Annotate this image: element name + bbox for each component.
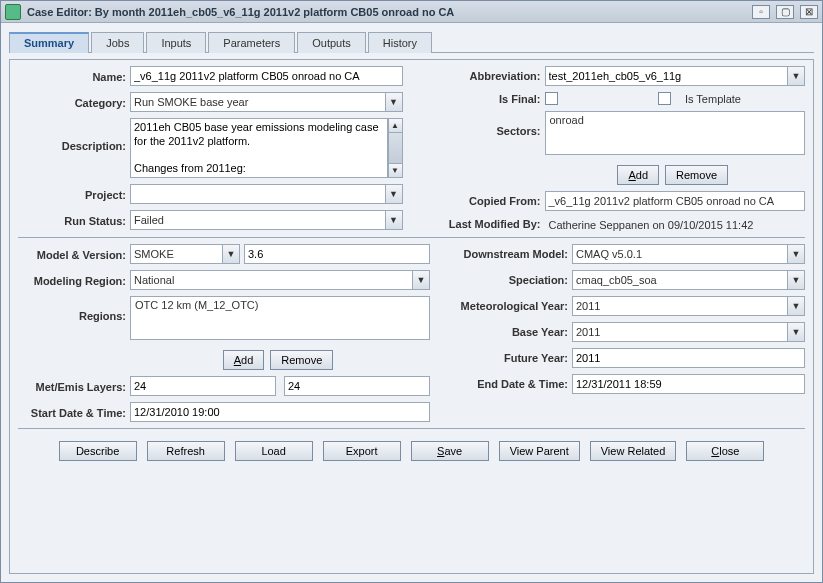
summary-form: Name: Category: Run SMOKE base year ▼ De… (9, 59, 814, 574)
met-year-dropdown-button[interactable]: ▼ (787, 296, 805, 316)
category-value[interactable]: Run SMOKE base year (130, 92, 385, 112)
copied-from-label: Copied From: (421, 195, 541, 207)
close-button[interactable]: Close (686, 441, 764, 461)
scroll-down-icon[interactable]: ▼ (389, 163, 402, 177)
is-template-label: Is Template (685, 93, 741, 105)
sectors-item[interactable]: onroad (550, 114, 801, 126)
regions-label: Regions: (18, 296, 126, 322)
is-template-checkbox[interactable] (658, 92, 671, 105)
model-value[interactable]: SMOKE (130, 244, 222, 264)
app-icon (5, 4, 21, 20)
footer-buttons: Describe Refresh Load Export Save View P… (18, 435, 805, 463)
tab-history[interactable]: History (368, 32, 432, 53)
load-button[interactable]: Load (235, 441, 313, 461)
describe-button[interactable]: Describe (59, 441, 137, 461)
regions-remove-button[interactable]: Remove (270, 350, 333, 370)
copied-from-value: _v6_11g 2011v2 platform CB05 onroad no C… (545, 191, 806, 211)
category-label: Category: (18, 96, 126, 109)
abbreviation-input[interactable] (545, 66, 788, 86)
modeling-region-label: Modeling Region: (18, 274, 126, 287)
project-label: Project: (18, 188, 126, 201)
future-year-label: Future Year: (448, 352, 568, 364)
project-dropdown-button[interactable]: ▼ (385, 184, 403, 204)
abbreviation-label: Abbreviation: (421, 70, 541, 82)
last-modified-by-label: Last Modified By: (421, 218, 541, 230)
speciation-dropdown-button[interactable]: ▼ (787, 270, 805, 290)
save-button[interactable]: Save (411, 441, 489, 461)
description-scrollbar[interactable]: ▲ ▼ (388, 118, 403, 178)
met-emis-layers-label: Met/Emis Layers: (18, 380, 126, 393)
downstream-model-label: Downstream Model: (448, 248, 568, 260)
is-final-label: Is Final: (421, 93, 541, 105)
model-version-label: Model & Version: (18, 248, 126, 261)
model-dropdown-button[interactable]: ▼ (222, 244, 240, 264)
scroll-up-icon[interactable]: ▲ (389, 119, 402, 133)
name-label: Name: (18, 70, 126, 83)
modeling-region-dropdown-button[interactable]: ▼ (412, 270, 430, 290)
export-button[interactable]: Export (323, 441, 401, 461)
met-year-value[interactable]: 2011 (572, 296, 787, 316)
speciation-label: Speciation: (448, 274, 568, 286)
met-layers-input[interactable] (130, 376, 276, 396)
content-area: Summary Jobs Inputs Parameters Outputs H… (1, 23, 822, 582)
run-status-label: Run Status: (18, 214, 126, 227)
minimize-button[interactable]: ▫ (752, 5, 770, 19)
run-status-value[interactable]: Failed (130, 210, 385, 230)
tab-summary[interactable]: Summary (9, 32, 89, 53)
regions-item[interactable]: OTC 12 km (M_12_OTC) (135, 299, 425, 311)
speciation-value[interactable]: cmaq_cb05_soa (572, 270, 787, 290)
category-dropdown-button[interactable]: ▼ (385, 92, 403, 112)
sectors-remove-button[interactable]: Remove (665, 165, 728, 185)
future-year-input[interactable] (572, 348, 805, 368)
base-year-dropdown-button[interactable]: ▼ (787, 322, 805, 342)
view-parent-button[interactable]: View Parent (499, 441, 580, 461)
version-input[interactable] (244, 244, 430, 264)
regions-listbox[interactable]: OTC 12 km (M_12_OTC) (130, 296, 430, 340)
divider (18, 237, 805, 238)
tab-outputs[interactable]: Outputs (297, 32, 366, 53)
modeling-region-value[interactable]: National (130, 270, 412, 290)
sectors-listbox[interactable]: onroad (545, 111, 806, 155)
view-related-button[interactable]: View Related (590, 441, 677, 461)
sectors-add-button[interactable]: Add (617, 165, 659, 185)
tab-inputs[interactable]: Inputs (146, 32, 206, 53)
end-date-input[interactable] (572, 374, 805, 394)
project-value[interactable] (130, 184, 385, 204)
base-year-value[interactable]: 2011 (572, 322, 787, 342)
scroll-thumb[interactable] (389, 133, 402, 163)
abbreviation-dropdown-button[interactable]: ▼ (787, 66, 805, 86)
titlebar: Case Editor: By month 2011eh_cb05_v6_11g… (1, 1, 822, 23)
last-modified-by-value: Catherine Seppanen on 09/10/2015 11:42 (545, 217, 806, 231)
case-editor-window: Case Editor: By month 2011eh_cb05_v6_11g… (0, 0, 823, 583)
refresh-button[interactable]: Refresh (147, 441, 225, 461)
tab-parameters[interactable]: Parameters (208, 32, 295, 53)
sectors-label: Sectors: (421, 111, 541, 137)
maximize-button[interactable]: ▢ (776, 5, 794, 19)
met-year-label: Meteorological Year: (448, 300, 568, 312)
start-date-label: Start Date & Time: (18, 406, 126, 419)
tabs: Summary Jobs Inputs Parameters Outputs H… (9, 31, 814, 53)
close-window-button[interactable]: ⊠ (800, 5, 818, 19)
start-date-input[interactable] (130, 402, 430, 422)
emis-layers-input[interactable] (284, 376, 430, 396)
tab-jobs[interactable]: Jobs (91, 32, 144, 53)
name-input[interactable] (130, 66, 403, 86)
window-title: Case Editor: By month 2011eh_cb05_v6_11g… (27, 6, 746, 18)
end-date-label: End Date & Time: (448, 378, 568, 390)
run-status-dropdown-button[interactable]: ▼ (385, 210, 403, 230)
description-label: Description: (18, 118, 126, 152)
downstream-model-value[interactable]: CMAQ v5.0.1 (572, 244, 787, 264)
downstream-model-dropdown-button[interactable]: ▼ (787, 244, 805, 264)
base-year-label: Base Year: (448, 326, 568, 338)
description-textarea[interactable]: 2011eh CB05 base year emissions modeling… (130, 118, 388, 178)
is-final-checkbox[interactable] (545, 92, 558, 105)
regions-add-button[interactable]: Add (223, 350, 265, 370)
divider-2 (18, 428, 805, 429)
